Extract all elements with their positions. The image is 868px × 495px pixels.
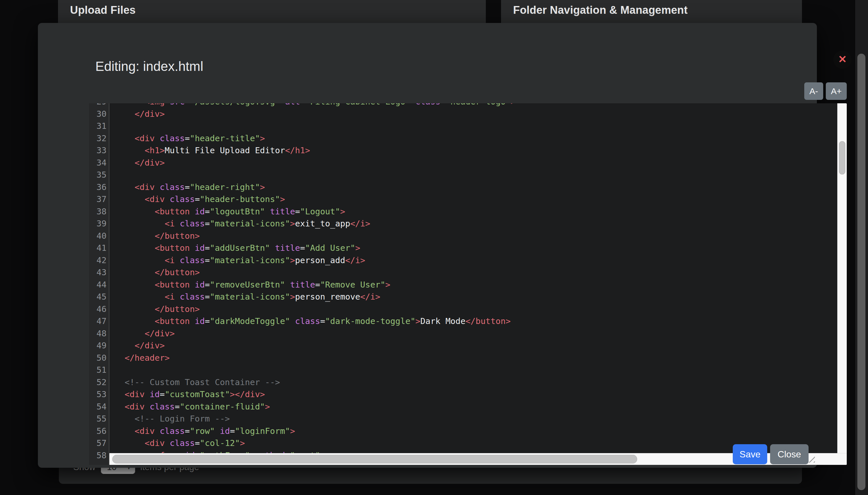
code-line-text: <div class="header-title"> xyxy=(110,132,265,144)
modal-title: Editing: index.html xyxy=(95,58,203,74)
code-line-text xyxy=(110,120,115,132)
code-line: 34 </div> xyxy=(89,157,847,169)
upload-files-title: Upload Files xyxy=(70,4,135,16)
code-line-text: <div class="row" id="loginForm"> xyxy=(110,425,295,437)
line-number: 33 xyxy=(89,144,110,157)
upload-files-panel-header: Upload Files xyxy=(58,0,486,25)
code-line: 42 <i class="material-icons">person_add<… xyxy=(89,254,847,267)
line-number: 57 xyxy=(89,437,110,449)
code-line-text: </div> xyxy=(110,327,175,340)
code-line: 53 <div id="customToast"></div> xyxy=(89,388,847,400)
code-line: 38 <button id="logoutBtn" title="Logout"… xyxy=(89,205,847,218)
line-number: 58 xyxy=(89,449,110,462)
editor-code-content: 29 <img src="/assets/logo.svg" alt="Fili… xyxy=(89,103,847,461)
code-line: 36 <div class="header-right"> xyxy=(89,181,847,193)
line-number: 45 xyxy=(89,291,110,303)
close-icon: ✕ xyxy=(838,54,847,65)
line-number: 55 xyxy=(89,413,110,425)
code-line-text: <button id="addUserBtn" title="Add User"… xyxy=(110,242,360,254)
code-line: 52 <!-- Custom Toast Container --> xyxy=(89,376,847,389)
line-number: 43 xyxy=(89,266,110,279)
folder-navigation-title: Folder Navigation & Management xyxy=(513,4,688,16)
code-line: 31 xyxy=(89,120,847,132)
folder-navigation-panel-header: Folder Navigation & Management xyxy=(501,0,802,25)
editor-vertical-scrollbar-thumb[interactable] xyxy=(839,141,845,174)
code-line-text: <!-- Login Form --> xyxy=(110,413,230,425)
line-number: 37 xyxy=(89,193,110,205)
modal-close-button[interactable]: ✕ xyxy=(833,51,852,69)
code-editor-textarea[interactable]: 29 <img src="/assets/logo.svg" alt="Fili… xyxy=(89,103,847,465)
line-number: 50 xyxy=(89,352,110,364)
line-number: 41 xyxy=(89,242,110,254)
line-number: 54 xyxy=(89,400,110,413)
line-number: 48 xyxy=(89,327,110,340)
code-line-text: <div class="header-buttons"> xyxy=(110,193,285,205)
page-scrollbar[interactable] xyxy=(855,0,868,495)
code-line-text: </button> xyxy=(110,230,200,242)
code-line: 55 <!-- Login Form --> xyxy=(89,413,847,425)
line-number: 30 xyxy=(89,108,110,120)
line-number: 46 xyxy=(89,303,110,315)
code-line-text: <img src="/assets/logo.svg" alt="Filing … xyxy=(110,103,516,108)
code-line-text: </header> xyxy=(110,352,170,364)
editor-horizontal-scrollbar-thumb[interactable] xyxy=(112,455,637,463)
line-number: 51 xyxy=(89,364,110,376)
line-number: 35 xyxy=(89,169,110,181)
line-number: 29 xyxy=(89,103,110,108)
line-number: 56 xyxy=(89,425,110,437)
line-number: 32 xyxy=(89,132,110,144)
line-number: 34 xyxy=(89,157,110,169)
code-line: 43 </button> xyxy=(89,266,847,279)
code-line: 30 </div> xyxy=(89,108,847,120)
code-line-text: <div id="customToast"></div> xyxy=(110,388,265,400)
code-line: 54 <div class="container-fluid"> xyxy=(89,400,847,413)
line-number: 38 xyxy=(89,205,110,218)
code-line-text xyxy=(110,364,115,376)
font-size-decrease-button[interactable]: A- xyxy=(804,82,823,100)
line-number: 40 xyxy=(89,230,110,242)
code-line: 33 <h1>Multi File Upload Editor</h1> xyxy=(89,144,847,157)
code-line-text: <i class="material-icons">person_remove<… xyxy=(110,291,380,303)
font-size-increase-button[interactable]: A+ xyxy=(826,82,847,100)
code-line: 56 <div class="row" id="loginForm"> xyxy=(89,425,847,437)
close-button[interactable]: Close xyxy=(770,444,808,464)
line-number: 49 xyxy=(89,340,110,352)
code-line: 29 <img src="/assets/logo.svg" alt="Fili… xyxy=(89,103,847,108)
code-line-text xyxy=(110,169,115,181)
code-line: 41 <button id="addUserBtn" title="Add Us… xyxy=(89,242,847,254)
code-line-text: <button id="logoutBtn" title="Logout"> xyxy=(110,205,345,218)
save-button[interactable]: Save xyxy=(733,444,767,464)
code-line: 46 </button> xyxy=(89,303,847,315)
code-line: 48 </div> xyxy=(89,327,847,340)
code-line-text: <i class="material-icons">exit_to_app</i… xyxy=(110,218,370,230)
code-line-text: </button> xyxy=(110,266,200,279)
line-number: 36 xyxy=(89,181,110,193)
code-line: 37 <div class="header-buttons"> xyxy=(89,193,847,205)
code-line-text: <i class="material-icons">person_add</i> xyxy=(110,254,365,267)
code-line-text: <div class="header-right"> xyxy=(110,181,265,193)
code-line: 44 <button id="removeUserBtn" title="Rem… xyxy=(89,279,847,291)
code-line: 32 <div class="header-title"> xyxy=(89,132,847,144)
code-line-text: <!-- Custom Toast Container --> xyxy=(110,376,280,389)
code-line-text: <button id="removeUserBtn" title="Remove… xyxy=(110,279,390,291)
page-scrollbar-thumb[interactable] xyxy=(857,54,865,490)
line-number: 53 xyxy=(89,388,110,400)
code-line: 51 xyxy=(89,364,847,376)
line-number: 31 xyxy=(89,120,110,132)
code-line: 49 </div> xyxy=(89,340,847,352)
code-line-text: </div> xyxy=(110,108,165,120)
edit-file-modal: Editing: index.html ✕ A- A+ 29 <img src=… xyxy=(38,23,817,468)
code-line-text: <div class="col-12"> xyxy=(110,437,245,449)
code-line: 50 </header> xyxy=(89,352,847,364)
code-line-text: <div class="container-fluid"> xyxy=(110,400,270,413)
line-number: 42 xyxy=(89,254,110,267)
code-line: 39 <i class="material-icons">exit_to_app… xyxy=(89,218,847,230)
code-line: 47 <button id="darkModeToggle" class="da… xyxy=(89,315,847,327)
code-line: 45 <i class="material-icons">person_remo… xyxy=(89,291,847,303)
code-line-text: </div> xyxy=(110,157,165,169)
editor-vertical-scrollbar[interactable] xyxy=(837,103,847,465)
line-number: 52 xyxy=(89,376,110,389)
code-line-text: </div> xyxy=(110,340,165,352)
line-number: 39 xyxy=(89,218,110,230)
code-line-text: <h1>Multi File Upload Editor</h1> xyxy=(110,144,310,157)
